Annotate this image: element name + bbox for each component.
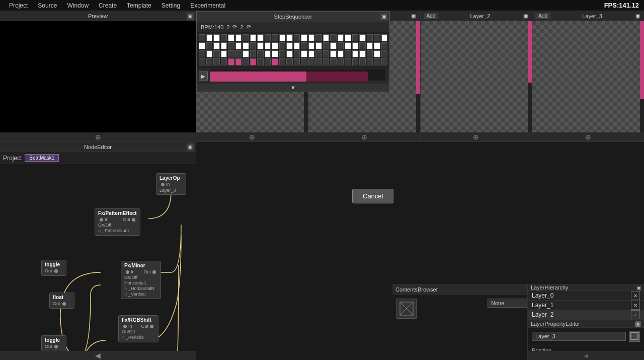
step-cell[interactable]	[235, 42, 242, 49]
step-cell[interactable]	[330, 42, 337, 49]
step-cell[interactable]	[323, 34, 330, 41]
step-cell[interactable]	[294, 58, 300, 65]
step-cell[interactable]	[345, 42, 351, 49]
step-cell[interactable]	[250, 34, 257, 41]
step-cell[interactable]	[279, 34, 286, 41]
node-fxrgb[interactable]: Fx/RGBShift In Out On/Off ○ _Periods	[118, 315, 158, 342]
lh-item-0-btn[interactable]: ✕	[631, 291, 640, 300]
step-cell[interactable]	[338, 42, 344, 49]
step-cell[interactable]	[206, 58, 213, 65]
step-cell[interactable]	[279, 58, 286, 65]
lpe-layer-name-input[interactable]	[532, 332, 626, 341]
step-cell-active[interactable]	[228, 58, 234, 65]
step-cell-active[interactable]	[272, 58, 278, 65]
step-cell[interactable]	[359, 58, 366, 65]
step-cell[interactable]	[301, 42, 307, 49]
step-cell[interactable]	[308, 42, 315, 49]
step-cell[interactable]	[213, 58, 220, 65]
node-layerop[interactable]: LayerOp In Layer_3	[156, 173, 186, 195]
content-thumb-1[interactable]	[396, 299, 417, 319]
step-cell[interactable]	[221, 42, 227, 49]
step-cell[interactable]	[199, 34, 205, 41]
node-canvas[interactable]: LayerOp In Layer_3 Fx/PatternEffect In O…	[0, 164, 196, 357]
step-cell[interactable]	[199, 50, 205, 57]
step-cell[interactable]	[330, 58, 337, 65]
step-cell[interactable]	[199, 58, 205, 65]
step-cell[interactable]	[265, 42, 271, 49]
node-fxpattern[interactable]: Fx/PatternEffect In Out On/Off ○ _Patter…	[95, 208, 140, 236]
lh-item-0[interactable]: Layer_0 ✕	[528, 291, 644, 301]
step-cell[interactable]	[367, 42, 373, 49]
step-seq-close-btn[interactable]: ▣	[380, 13, 387, 20]
menu-create[interactable]: Create	[94, 0, 122, 11]
step-cell[interactable]	[199, 42, 205, 49]
step-play-btn[interactable]: ▶	[199, 71, 208, 81]
step-cell[interactable]	[330, 50, 337, 57]
nodeeditor-close-btn[interactable]: ▣	[187, 143, 194, 151]
step-cell[interactable]	[315, 42, 322, 49]
step-cell[interactable]	[381, 42, 388, 49]
step-cell[interactable]	[381, 50, 388, 57]
step-cell[interactable]	[206, 34, 213, 41]
step-cell[interactable]	[206, 42, 213, 49]
step-cell[interactable]	[228, 50, 234, 57]
selected-node-badge[interactable]: BeatMask1	[25, 154, 59, 162]
menu-source[interactable]: Source	[33, 0, 62, 11]
step-cell[interactable]	[345, 34, 351, 41]
step-cell[interactable]	[345, 58, 351, 65]
layer-1-close-btn[interactable]: ▣	[410, 13, 417, 19]
step-cell[interactable]	[301, 50, 307, 57]
step-cell[interactable]	[381, 58, 388, 65]
menu-project[interactable]: Project	[4, 0, 33, 11]
step-cell[interactable]	[352, 50, 359, 57]
step-cell[interactable]	[352, 34, 359, 41]
menu-window[interactable]: Window	[62, 0, 94, 11]
step-cell[interactable]	[257, 50, 264, 57]
step-cell[interactable]	[345, 50, 351, 57]
step-cell[interactable]	[323, 50, 330, 57]
lh-item-2-btn[interactable]: ✓	[631, 310, 640, 319]
step-cell[interactable]	[243, 58, 249, 65]
step-cell[interactable]	[338, 50, 344, 57]
step-cell[interactable]	[243, 34, 249, 41]
lh-item-1-btn[interactable]: ✕	[631, 301, 640, 310]
step-cell[interactable]	[235, 34, 242, 41]
step-cell[interactable]	[213, 42, 220, 49]
step-cell[interactable]	[294, 42, 300, 49]
step-cell[interactable]	[308, 58, 315, 65]
step-cell[interactable]	[279, 50, 286, 57]
step-cell[interactable]	[221, 58, 227, 65]
node-toggle1[interactable]: toggle Out	[41, 260, 66, 276]
step-cell[interactable]	[221, 50, 227, 57]
step-cell[interactable]	[257, 34, 264, 41]
none-dropdown[interactable]: None	[488, 299, 533, 308]
step-cell[interactable]	[359, 42, 366, 49]
step-cell[interactable]	[352, 42, 359, 49]
step-cell[interactable]	[213, 34, 220, 41]
step-cell[interactable]	[257, 42, 264, 49]
lpe-visibility-btn[interactable]	[629, 331, 640, 342]
step-cell[interactable]	[374, 58, 380, 65]
lh-item-2[interactable]: Layer_2 ✓	[528, 310, 644, 320]
node-toggle2[interactable]: toggle Out	[41, 335, 66, 351]
lh-item-1[interactable]: Layer_1 ✕	[528, 301, 644, 310]
step-cell-active[interactable]	[235, 58, 242, 65]
layer-2-add-btn[interactable]: Add	[424, 13, 439, 19]
layer-3-checker[interactable]	[532, 21, 644, 132]
step-cell[interactable]	[265, 58, 271, 65]
step-cell[interactable]	[235, 50, 242, 57]
step-cell[interactable]	[279, 42, 286, 49]
step-cell[interactable]	[338, 58, 344, 65]
step-cell[interactable]	[286, 50, 293, 57]
step-cell-active[interactable]	[250, 58, 257, 65]
step-cell[interactable]	[213, 50, 220, 57]
step-cell[interactable]	[323, 42, 330, 49]
step-cell[interactable]	[308, 34, 315, 41]
step-cell[interactable]	[294, 50, 300, 57]
layer-2-checker[interactable]	[421, 21, 532, 132]
step-cell[interactable]	[315, 50, 322, 57]
layer-3-add-btn[interactable]: Add	[535, 13, 550, 19]
layer-3-close-btn[interactable]: ▣	[634, 13, 641, 19]
step-cell[interactable]	[286, 58, 293, 65]
menu-experimental[interactable]: Experimental	[185, 0, 230, 11]
